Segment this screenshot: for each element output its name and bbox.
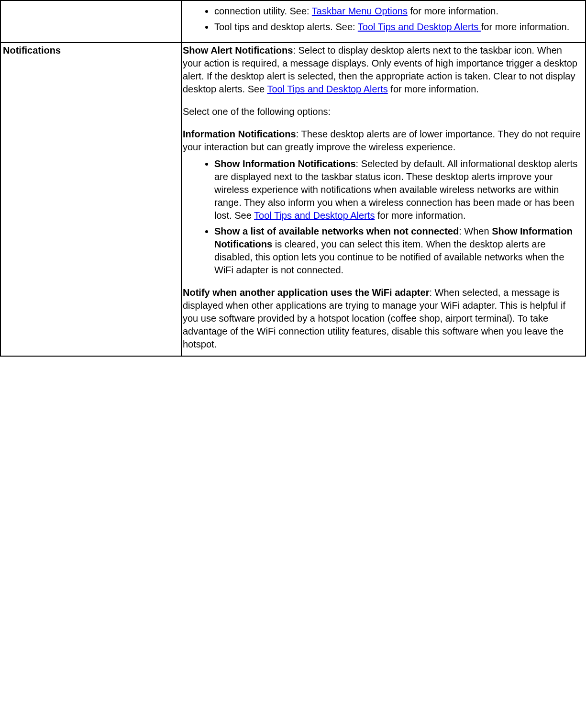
text: for more information.	[481, 22, 570, 32]
text: Tool tips and desktop alerts. See:	[214, 22, 358, 32]
list-item: Tool tips and desktop alerts. See: Tool …	[214, 21, 582, 34]
description-list: Show Information Notifications: Selected…	[183, 157, 582, 277]
notifications-label: Notifications	[3, 45, 61, 56]
setting-description-cell: Show Alert Notifications: Select to disp…	[181, 43, 586, 356]
setting-label-cell: Notifications	[0, 43, 181, 356]
tool-tips-desktop-alerts-link[interactable]: Tool Tips and Desktop Alerts	[358, 22, 481, 32]
list-item: Show a list of available networks when n…	[214, 225, 582, 277]
paragraph: Select one of the following options:	[183, 105, 582, 118]
table-row: Notifications Show Alert Notifications: …	[0, 43, 586, 356]
list-item: Show Information Notifications: Selected…	[214, 157, 582, 222]
show-available-networks-label: Show a list of available networks when n…	[214, 226, 459, 236]
paragraph: Show Alert Notifications: Select to disp…	[183, 44, 582, 96]
notify-another-app-label: Notify when another application uses the…	[183, 287, 429, 298]
settings-table: connection utility. See: Taskbar Menu Op…	[0, 0, 586, 357]
setting-label-cell	[0, 0, 181, 43]
show-information-notifications-label: Show Information Notifications	[214, 158, 356, 169]
tool-tips-desktop-alerts-link[interactable]: Tool Tips and Desktop Alerts	[267, 84, 387, 94]
setting-description-cell: connection utility. See: Taskbar Menu Op…	[181, 0, 586, 43]
description-list: connection utility. See: Taskbar Menu Op…	[183, 5, 582, 34]
text: for more information.	[375, 210, 465, 221]
taskbar-menu-options-link[interactable]: Taskbar Menu Options	[312, 6, 408, 16]
text: for more information.	[388, 84, 479, 94]
table-row: connection utility. See: Taskbar Menu Op…	[0, 0, 586, 43]
show-alert-notifications-label: Show Alert Notifications	[183, 45, 293, 56]
text: : When	[459, 226, 492, 236]
tool-tips-desktop-alerts-link[interactable]: Tool Tips and Desktop Alerts	[254, 210, 375, 221]
paragraph: Information Notifications: These desktop…	[183, 128, 582, 154]
text: for more information.	[408, 6, 498, 16]
paragraph: Notify when another application uses the…	[183, 286, 582, 351]
text: connection utility. See:	[214, 6, 312, 16]
list-item: connection utility. See: Taskbar Menu Op…	[214, 5, 582, 18]
information-notifications-label: Information Notifications	[183, 129, 296, 139]
